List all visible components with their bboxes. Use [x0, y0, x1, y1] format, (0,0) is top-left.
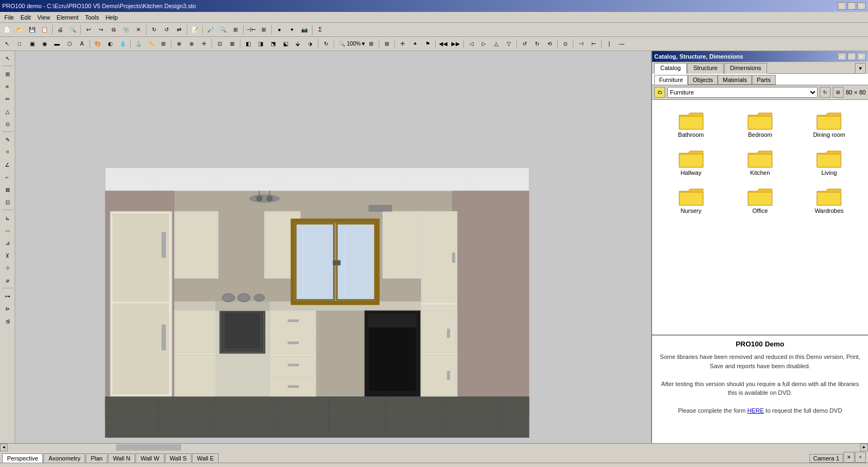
- tab-catalog[interactable]: Catalog: [654, 63, 687, 74]
- lt-tool18[interactable]: ⊶: [2, 290, 14, 302]
- nav1-btn[interactable]: ◀◀: [437, 38, 449, 50]
- lt-tool9[interactable]: ⌐: [2, 171, 14, 183]
- scroll-left[interactable]: ◄: [0, 444, 8, 451]
- flag-btn[interactable]: ⚑: [422, 38, 433, 50]
- target-btn[interactable]: ⊙: [559, 38, 571, 50]
- move3-btn[interactable]: ✦: [409, 38, 421, 50]
- redo-button[interactable]: ↪: [95, 24, 107, 36]
- refresh-btn[interactable]: ↻: [820, 87, 831, 98]
- zoom-in[interactable]: 🔎: [205, 24, 216, 36]
- ungroup-btn[interactable]: ⊠: [226, 38, 238, 50]
- grid2-btn[interactable]: ⊞: [157, 38, 169, 50]
- scroll-thumb[interactable]: [116, 444, 181, 451]
- menu-view[interactable]: View: [34, 13, 54, 22]
- panel-close[interactable]: ×: [857, 53, 866, 60]
- zoom-fit[interactable]: ⊞: [229, 24, 241, 36]
- anchor-btn[interactable]: ⚓: [132, 38, 144, 50]
- catalog-item-office[interactable]: Office: [725, 180, 794, 218]
- maximize-button[interactable]: □: [847, 2, 856, 10]
- marker-btn[interactable]: |: [603, 38, 615, 50]
- rotate-view[interactable]: ↻: [320, 38, 332, 50]
- sphere-tool[interactable]: ◉: [39, 38, 50, 50]
- panel-minimize[interactable]: –: [838, 53, 846, 60]
- paint-btn[interactable]: 🎨: [92, 38, 104, 50]
- subtab-parts[interactable]: Parts: [752, 75, 776, 85]
- grid-btn[interactable]: ⊞: [258, 24, 270, 36]
- group-btn[interactable]: ⊡: [214, 38, 226, 50]
- menu-tools[interactable]: Tools: [82, 13, 103, 22]
- subtab-materials[interactable]: Materials: [718, 75, 752, 85]
- rotate-ccw[interactable]: ↺: [161, 24, 173, 36]
- lt-tool10[interactable]: ⊠: [2, 184, 14, 195]
- zoom-dropdown[interactable]: 100%▼: [348, 38, 365, 50]
- lt-tool6[interactable]: ✎: [2, 134, 14, 146]
- nav5-btn[interactable]: △: [490, 38, 502, 50]
- camera-close[interactable]: ✕: [844, 452, 854, 463]
- lt-tool13[interactable]: ⌓: [2, 224, 14, 236]
- move-btn[interactable]: ✛: [198, 38, 210, 50]
- tab-wall-n[interactable]: Wall N: [108, 453, 135, 463]
- lt-select[interactable]: ↖: [2, 52, 14, 64]
- rotate1-btn[interactable]: ↺: [519, 38, 531, 50]
- align-left[interactable]: ◧: [242, 38, 254, 50]
- info-link[interactable]: HERE: [747, 407, 764, 414]
- camera-btn[interactable]: 📷: [298, 24, 310, 36]
- lt-tool11[interactable]: ⊡: [2, 196, 14, 208]
- box-tool[interactable]: □: [14, 38, 25, 50]
- print-preview[interactable]: 🔍: [67, 24, 79, 36]
- lt-tool17[interactable]: ⌀: [2, 274, 14, 286]
- folder-icon-btn[interactable]: 🗀: [654, 87, 665, 98]
- panel-tool[interactable]: ▬: [51, 38, 63, 50]
- nav3-btn[interactable]: ◁: [465, 38, 477, 50]
- cube-tool[interactable]: ▣: [26, 38, 38, 50]
- tab-plan[interactable]: Plan: [86, 453, 107, 463]
- rotate-cw[interactable]: ↻: [148, 24, 160, 36]
- catalog-item-wardrobes[interactable]: Wardrobes: [795, 180, 864, 218]
- lt-tool19[interactable]: ⊳: [2, 302, 14, 314]
- scroll-track[interactable]: [8, 444, 860, 451]
- tab-wall-w[interactable]: Wall W: [136, 453, 164, 463]
- polygon-tool[interactable]: ⬡: [63, 38, 75, 50]
- rotate3-btn[interactable]: ⟲: [544, 38, 556, 50]
- catalog-item-bedroom[interactable]: Bedroom: [725, 104, 794, 142]
- eyedrop-btn[interactable]: 💧: [117, 38, 129, 50]
- subtab-objects[interactable]: Objects: [688, 75, 718, 85]
- add-view[interactable]: +: [855, 452, 866, 463]
- dim2-btn[interactable]: ⊢: [588, 38, 599, 50]
- copy-button[interactable]: ⧉: [107, 24, 119, 36]
- lt-tool20[interactable]: ⊴: [2, 315, 14, 327]
- catalog-item-nursery[interactable]: Nursery: [656, 180, 725, 218]
- print-button[interactable]: 🖨: [54, 24, 66, 36]
- lt-tool5[interactable]: ⊙: [2, 118, 14, 130]
- move2-btn[interactable]: ✛: [397, 38, 409, 50]
- nav4-btn[interactable]: ▷: [478, 38, 490, 50]
- dim1-btn[interactable]: ⊣: [575, 38, 587, 50]
- catalog-item-kitchen[interactable]: Kitchen: [725, 142, 794, 180]
- snap2-btn[interactable]: ⊗: [186, 38, 197, 50]
- catalog-item-bathroom[interactable]: Bathroom: [656, 104, 725, 142]
- menu-edit[interactable]: Edit: [17, 13, 34, 22]
- lt-tool2[interactable]: ≡: [2, 80, 14, 92]
- minimize-button[interactable]: –: [838, 2, 846, 10]
- lt-tool16[interactable]: ⊹: [2, 262, 14, 274]
- lt-tool14[interactable]: ⊿: [2, 237, 14, 249]
- tab-dimensions[interactable]: Dimensions: [724, 63, 767, 74]
- flip-h[interactable]: ⇄: [173, 24, 185, 36]
- save-button[interactable]: 💾: [26, 24, 38, 36]
- line-btn[interactable]: —: [616, 38, 628, 50]
- catalog-item-living[interactable]: Living: [795, 142, 864, 180]
- render-btn[interactable]: ●: [273, 24, 285, 36]
- tab-axonometry[interactable]: Axonometry: [43, 453, 85, 463]
- tab-wall-s[interactable]: Wall S: [165, 453, 192, 463]
- nav6-btn[interactable]: ▽: [503, 38, 515, 50]
- snap-btn[interactable]: ⊕: [173, 38, 185, 50]
- zoom-fit2[interactable]: ⊞: [365, 38, 377, 50]
- lt-tool4[interactable]: △: [2, 105, 14, 117]
- select-tool[interactable]: ↖: [1, 38, 13, 50]
- zoom-level[interactable]: 🔍: [336, 38, 348, 50]
- menu-element[interactable]: Element: [53, 13, 81, 22]
- menu-file[interactable]: File: [1, 13, 17, 22]
- sigma-btn[interactable]: Σ: [314, 24, 326, 36]
- scroll-right[interactable]: ►: [860, 444, 868, 451]
- align-h[interactable]: ⬔: [267, 38, 279, 50]
